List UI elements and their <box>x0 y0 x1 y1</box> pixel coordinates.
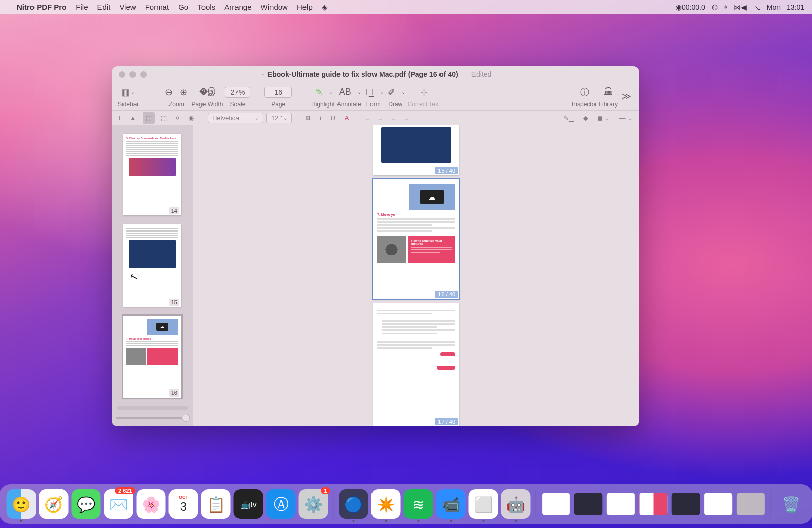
format-toolbar: I ▲ ⬚ ⬚ ◊ ◉ Helvetica⌄ 12⌃⌄ B I U A ≡ ≡ … <box>112 110 639 125</box>
menubar: Nitro PDF Pro File Edit View Format Go T… <box>0 0 812 14</box>
app-name[interactable]: Nitro PDF Pro <box>17 3 66 11</box>
document-view[interactable]: 15 / 40 7. Move yo How to organize your … <box>193 125 639 426</box>
align-right-button[interactable]: ≡ <box>389 112 399 124</box>
document-icon: ▫ <box>262 71 264 78</box>
shape-style-button[interactable]: ◼ ⌄ <box>594 112 613 124</box>
page-16[interactable]: 7. Move yo How to organize your pictures <box>373 179 459 300</box>
zoom-in-button[interactable]: ⊕ <box>178 86 189 99</box>
sidebar-scrollbar[interactable] <box>117 406 188 410</box>
toolbar-overflow[interactable]: ≫ <box>620 90 633 103</box>
eraser-tool[interactable]: ◊ <box>173 112 182 124</box>
dock-mail[interactable]: ✉️2 621 <box>104 489 133 519</box>
zoom-button[interactable] <box>140 71 147 78</box>
dock-minwin-2[interactable] <box>574 489 603 519</box>
dock-robot-app[interactable]: 🤖 <box>501 489 531 519</box>
dock-slack[interactable]: ✴️ <box>371 489 401 519</box>
underline-button[interactable]: U <box>327 112 338 124</box>
dock-appstore[interactable]: Ⓐ <box>266 489 296 519</box>
dock-safari[interactable]: 🧭 <box>39 489 69 519</box>
dock-cleanmymac[interactable]: 🔵 <box>339 489 368 519</box>
inspector-button[interactable]: ⓘ <box>578 85 591 100</box>
dock-minwin-4[interactable] <box>639 489 668 519</box>
dock-finder[interactable]: 🙂 <box>7 489 36 519</box>
arrow-tool[interactable]: ▲ <box>127 112 140 124</box>
menu-go[interactable]: Go <box>178 3 188 11</box>
dock-minwin-3[interactable] <box>606 489 636 519</box>
marquee-tool[interactable]: ⬚ <box>158 112 170 124</box>
draw-button[interactable]: ✐ <box>386 86 397 99</box>
thumbnail-15[interactable]: 15 <box>123 224 181 306</box>
menu-edit[interactable]: Edit <box>97 3 111 11</box>
menu-view[interactable]: View <box>119 3 136 11</box>
page-15[interactable]: 15 / 40 <box>373 125 459 175</box>
toolbar: ▥⌄ Sidebar ⊖ ⊕ Zoom �இ Page Width 27% Sc… <box>112 82 639 110</box>
dock-appletv[interactable]: 📺tv <box>234 489 263 519</box>
menu-window[interactable]: Window <box>261 3 288 11</box>
page-17[interactable]: 17 / 40 <box>373 303 459 426</box>
menu-extra-icon[interactable]: ◈ <box>322 3 328 12</box>
edited-label: Edited <box>471 70 492 78</box>
stroke-color-button[interactable]: ✎▁ <box>560 112 577 124</box>
edited-separator: — <box>461 70 468 78</box>
control-center-icon[interactable]: ⌥ <box>753 3 761 11</box>
dock-minwin-6[interactable] <box>704 489 733 519</box>
thumbnail-14[interactable]: 5. Clean up Downloads and Trash folders … <box>123 134 181 215</box>
dock-nitropdf[interactable]: ⬜ <box>469 489 498 519</box>
text-color-button[interactable]: A <box>342 112 352 124</box>
dock-messages[interactable]: 💬 <box>72 489 101 519</box>
font-size-select[interactable]: 12⌃⌄ <box>266 113 292 123</box>
menu-arrange[interactable]: Arrange <box>224 3 251 11</box>
thumbnail-16[interactable]: ☁ 7. Move your photos 16 <box>123 316 181 398</box>
app-window: ▫ Ebook-Ultimate guide to fix slow Mac.p… <box>112 66 639 426</box>
thumbnail-sidebar[interactable]: 5. Clean up Downloads and Trash folders … <box>112 125 193 426</box>
dock-minwin-7[interactable] <box>736 489 766 519</box>
page-number-field[interactable]: 16 <box>264 87 292 98</box>
bluetooth-icon[interactable]: ⌖ <box>724 3 728 11</box>
highlight-button[interactable]: ✎ <box>313 86 325 99</box>
window-title: Ebook-Ultimate guide to fix slow Mac.pdf… <box>267 70 458 78</box>
page-width-button[interactable]: �இ <box>197 86 217 98</box>
dock: 🙂 🧭 💬 ✉️2 621 🌸 OCT3 📋 📺tv Ⓐ ⚙️1 🔵 ✴️ ≋ … <box>0 484 812 524</box>
thumbnail-zoom-slider[interactable] <box>116 413 189 422</box>
close-button[interactable] <box>119 71 125 78</box>
dock-zoom[interactable]: 📹 <box>436 489 466 519</box>
menubar-time[interactable]: 13:01 <box>787 3 804 11</box>
select-tool[interactable]: ⬚ <box>143 112 155 124</box>
dock-settings[interactable]: ⚙️1 <box>299 489 328 519</box>
stamp-tool[interactable]: ◉ <box>185 112 197 124</box>
bowtie-icon[interactable]: ⋈◀ <box>734 3 747 11</box>
dock-trash[interactable]: 🗑️ <box>776 489 806 519</box>
dock-reminders[interactable]: 📋 <box>201 489 231 519</box>
minimize-button[interactable] <box>129 71 136 78</box>
bold-button[interactable]: B <box>302 112 313 124</box>
dock-photos[interactable]: 🌸 <box>137 489 166 519</box>
form-button[interactable]: ☐̲ <box>363 86 376 99</box>
sidebar-toggle[interactable]: ▥⌄ <box>119 86 137 99</box>
titlebar: ▫ Ebook-Ultimate guide to fix slow Mac.p… <box>112 66 639 82</box>
menu-help[interactable]: Help <box>297 3 313 11</box>
text-cursor-tool[interactable]: I <box>116 112 124 124</box>
font-select[interactable]: Helvetica⌄ <box>208 113 263 123</box>
dock-minwin-5[interactable] <box>671 489 701 519</box>
record-indicator[interactable]: ◉ 00:00.0 <box>675 3 705 11</box>
scale-value[interactable]: 27% <box>225 87 250 98</box>
align-left-button[interactable]: ≡ <box>362 112 373 124</box>
cleanmymac-icon[interactable]: ⌬ <box>712 3 718 11</box>
italic-button[interactable]: I <box>317 112 325 124</box>
align-justify-button[interactable]: ≡ <box>401 112 412 124</box>
menu-format[interactable]: Format <box>145 3 170 11</box>
menu-file[interactable]: File <box>76 3 88 11</box>
menu-tools[interactable]: Tools <box>197 3 215 11</box>
library-button[interactable]: 🏛 <box>602 86 615 98</box>
dock-calendar[interactable]: OCT3 <box>169 489 198 519</box>
annotate-button[interactable]: AB <box>337 86 353 98</box>
menubar-day[interactable]: Mon <box>767 3 781 11</box>
dock-minwin-1[interactable] <box>542 489 571 519</box>
zoom-out-button[interactable]: ⊖ <box>163 86 175 99</box>
dock-spotify[interactable]: ≋ <box>404 489 433 519</box>
line-style-button[interactable]: — ⌄ <box>616 112 635 124</box>
fill-color-button[interactable]: ◆ <box>580 112 591 124</box>
align-center-button[interactable]: ≡ <box>376 112 386 124</box>
correct-text-button: ⊹ <box>418 86 430 99</box>
